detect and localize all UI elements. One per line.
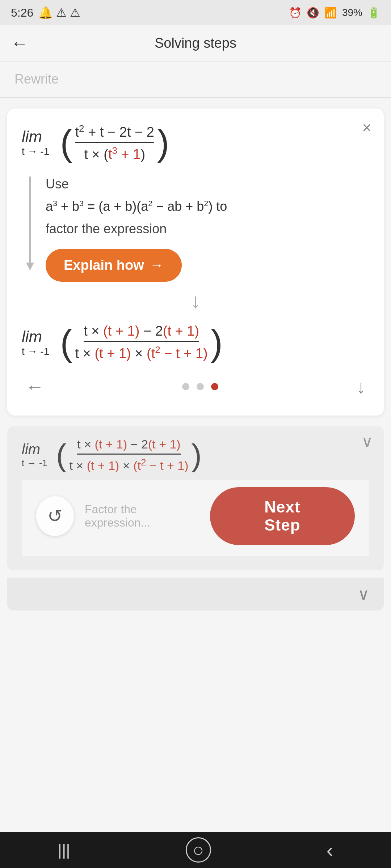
android-nav-bar: ||| ○ ‹ — [0, 832, 391, 868]
step-line — [29, 176, 31, 263]
status-right: ⏰ 🔇 📶 39% 🔋 — [289, 7, 380, 19]
close-button[interactable]: × — [362, 119, 371, 137]
lim-sub-top: t → -1 — [22, 146, 49, 157]
step-use-text: Use — [46, 176, 369, 192]
mute-icon: 🔇 — [307, 7, 319, 19]
top-expression: lim t → -1 ( t2 + t − 2t − 2 t × (t3 + 1… — [22, 123, 369, 162]
android-back-button[interactable]: ‹ — [327, 838, 333, 862]
open-paren-bottom: ( — [60, 324, 72, 361]
rewrite-label: Rewrite — [0, 61, 391, 98]
lower-big-fraction: ( t × (t + 1) − 2(t + 1) t × (t + 1) × (… — [56, 437, 202, 473]
down-arrow-between: ↓ — [22, 289, 369, 312]
big-fraction-top: ( t2 + t − 2t − 2 t × (t3 + 1) ) — [60, 123, 169, 162]
fraction-bottom: t × (t + 1) − 2(t + 1) t × (t + 1) × (t2… — [75, 323, 208, 361]
bottom-expression: lim t → -1 ( t × (t + 1) − 2(t + 1) t × … — [22, 323, 369, 361]
big-fraction-bottom: ( t × (t + 1) − 2(t + 1) t × (t + 1) × (… — [60, 323, 223, 361]
status-time: 5:26 — [11, 6, 33, 20]
top-nav: ← Solving steps — [0, 25, 391, 61]
prev-step-button[interactable]: ← — [25, 376, 44, 397]
close-paren-top: ) — [157, 124, 169, 161]
lower-preview-area: ∨ lim t → -1 ( t × (t + 1) − 2(t + 1) t … — [7, 426, 384, 570]
back-button[interactable]: ← — [11, 33, 28, 53]
lower-lim-text: lim — [22, 441, 40, 458]
status-left: 5:26 🔔 ⚠ ⚠ — [11, 6, 80, 20]
undo-icon: ↺ — [47, 506, 63, 527]
factor-partial-text: Factor the expression... — [85, 503, 199, 529]
frac-denominator-top: t × (t3 + 1) — [84, 143, 145, 162]
lower-fraction: t × (t + 1) − 2(t + 1) t × (t + 1) × (t2… — [69, 437, 188, 473]
card-navigation: ← ↓ — [22, 376, 369, 397]
pagination-dots — [182, 383, 218, 390]
rewrite-text: Rewrite — [14, 72, 59, 86]
explain-how-label: Explain how — [64, 258, 144, 273]
chevron-down-icon[interactable]: ∨ — [358, 585, 369, 603]
lower-math-expression: lim t → -1 ( t × (t + 1) − 2(t + 1) t × … — [22, 437, 369, 473]
battery-icon: 🔋 — [367, 7, 380, 19]
step-factor-text: factor the expression — [46, 221, 369, 237]
undo-button[interactable]: ↺ — [36, 496, 74, 536]
lim-notation-top: lim t → -1 — [22, 128, 49, 157]
lim-text-bottom: lim — [22, 328, 42, 346]
explain-arrow-icon: → — [150, 258, 164, 273]
lim-notation-bottom: lim t → -1 — [22, 328, 49, 357]
step-explanation: Use a3 + b3 = (a + b)(a2 − ab + b2) to f… — [22, 176, 369, 282]
scroll-down-button[interactable]: ↓ — [356, 376, 366, 397]
lim-sub-bottom: t → -1 — [22, 346, 49, 357]
fraction-top: t2 + t − 2t − 2 t × (t3 + 1) — [75, 123, 154, 162]
close-paren-bottom: ) — [211, 324, 223, 361]
page-title: Solving steps — [155, 35, 236, 51]
next-step-label: Next Step — [264, 498, 300, 534]
dot-2 — [197, 383, 204, 390]
next-step-button[interactable]: Next Step — [210, 487, 355, 545]
explain-how-button[interactable]: Explain how → — [46, 249, 182, 282]
lower-frac-num: t × (t + 1) − 2(t + 1) — [77, 437, 180, 455]
android-home-button[interactable]: ○ — [186, 837, 211, 863]
lower-frac-den: t × (t + 1) × (t2 − t + 1) — [69, 455, 188, 473]
lower-open-paren: ( — [56, 439, 67, 471]
step-formula: a3 + b3 = (a + b)(a2 − ab + b2) to — [46, 197, 369, 216]
action-bar: ↺ Factor the expression... Next Step — [22, 480, 369, 556]
alarm-icon: ⏰ — [289, 7, 302, 19]
lower-lim-sub: t → -1 — [22, 458, 47, 469]
frac-numerator-bottom: t × (t + 1) − 2(t + 1) — [84, 323, 199, 342]
lower-lim-notation: lim t → -1 — [22, 441, 47, 469]
lim-text-top: lim — [22, 128, 42, 146]
android-menu-button[interactable]: ||| — [58, 841, 70, 859]
status-bar: 5:26 🔔 ⚠ ⚠ ⏰ 🔇 📶 39% 🔋 — [0, 0, 391, 25]
spacer — [0, 610, 391, 683]
frac-denominator-bottom: t × (t + 1) × (t2 − t + 1) — [75, 342, 208, 361]
dot-3-active — [211, 383, 218, 390]
status-icons: 🔔 ⚠ ⚠ — [38, 6, 80, 20]
open-paren-top: ( — [60, 124, 72, 161]
chevron-up-icon[interactable]: ∨ — [361, 432, 373, 451]
step-content: Use a3 + b3 = (a + b)(a2 − ab + b2) to f… — [46, 176, 369, 282]
main-card: × lim t → -1 ( t2 + t − 2t − 2 t × (t3 +… — [7, 109, 384, 416]
dot-1 — [182, 383, 189, 390]
wifi-icon: 📶 — [324, 7, 337, 19]
battery-text: 39% — [342, 7, 362, 18]
lower-close-paren: ) — [192, 439, 202, 471]
frac-numerator-top: t2 + t − 2t − 2 — [75, 123, 154, 143]
lower-chevron-area: ∨ — [7, 578, 384, 610]
